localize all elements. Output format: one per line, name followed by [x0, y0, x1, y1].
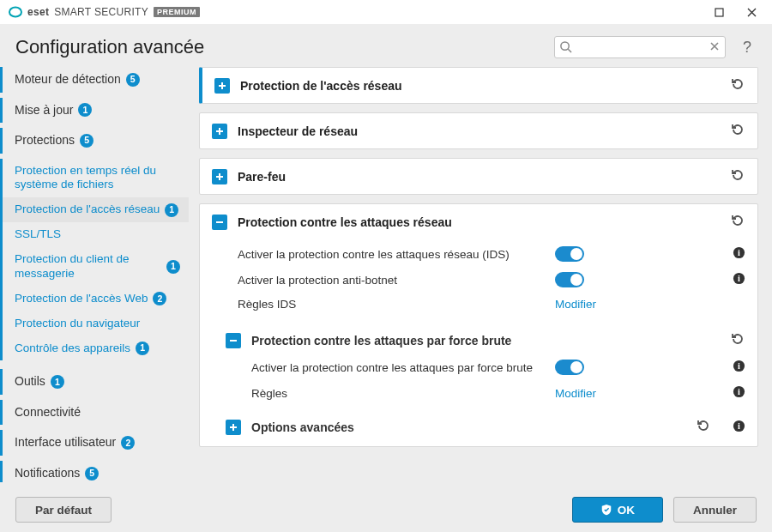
sidebar-item-protections[interactable]: Protections 5 — [0, 128, 189, 154]
svg-text:i: i — [738, 274, 740, 283]
sidebar-item-label: Protection du navigateur — [15, 317, 140, 331]
svg-text:i: i — [738, 361, 740, 371]
sidebar-sub-mail-client[interactable]: Protection du client de messagerie 1 — [0, 247, 189, 287]
sidebar-sub-web-access[interactable]: Protection de l'accès Web 2 — [0, 287, 189, 311]
sidebar-item-detection-engine[interactable]: Moteur de détection 5 — [0, 67, 189, 93]
brand-product: SMART SECURITY — [54, 6, 148, 18]
help-button[interactable]: ? — [738, 39, 757, 57]
undo-icon[interactable] — [730, 122, 745, 140]
panel-title: Inspecteur de réseau — [238, 124, 720, 138]
sidebar-item-notifications[interactable]: Notifications 5 — [0, 461, 189, 482]
toggle-antibotnet[interactable] — [555, 272, 584, 287]
button-label: Par défaut — [35, 504, 92, 517]
info-icon[interactable]: i — [727, 385, 745, 401]
info-icon[interactable]: i — [727, 420, 745, 435]
page-header: Configuration avancée ? — [0, 24, 772, 67]
setting-label: Règles — [251, 387, 546, 400]
sidebar-sub-network-access[interactable]: Protection de l'accès réseau 1 — [0, 197, 189, 222]
search-box — [554, 36, 726, 58]
setting-row-ids-rules: Règles IDS Modifier — [238, 293, 745, 316]
search-clear-icon[interactable] — [709, 40, 721, 55]
sidebar-item-label: Connectivité — [15, 405, 81, 420]
panel-header[interactable]: Protection contre les attaques réseau — [200, 204, 757, 239]
setting-row-bruteforce-rules: Règles Modifier i — [251, 380, 745, 406]
panel-firewall: Pare-feu — [199, 158, 758, 195]
brand: eset SMART SECURITY PREMIUM — [9, 5, 200, 19]
brand-tier: PREMIUM — [154, 7, 200, 17]
sidebar-badge: 1 — [78, 103, 92, 117]
default-button[interactable]: Par défaut — [15, 497, 112, 523]
panel-body: Activer la protection contre les attaque… — [200, 239, 757, 324]
toggle-ids[interactable] — [555, 246, 584, 262]
svg-text:i: i — [738, 387, 740, 396]
sidebar-item-connectivity[interactable]: Connectivité — [0, 400, 189, 426]
sidebar-item-label: Protection en temps réel du système de f… — [15, 164, 180, 193]
expand-icon[interactable] — [226, 420, 241, 435]
footer: Par défaut OK Annuler — [0, 487, 772, 532]
svg-point-0 — [9, 8, 21, 17]
edit-link[interactable]: Modifier — [555, 387, 596, 400]
collapse-icon[interactable] — [212, 215, 227, 230]
panel-header[interactable]: Inspecteur de réseau — [200, 113, 757, 148]
sidebar-sub-browser[interactable]: Protection du navigateur — [0, 311, 189, 336]
info-icon[interactable]: i — [727, 272, 745, 287]
sidebar-item-label: Moteur de détection — [15, 72, 121, 88]
cancel-button[interactable]: Annuler — [673, 497, 757, 523]
expand-icon[interactable] — [212, 169, 227, 184]
expand-icon[interactable] — [214, 78, 230, 94]
page-title: Configuration avancée — [15, 36, 542, 58]
undo-icon[interactable] — [730, 331, 745, 349]
window-maximize-button[interactable] — [703, 2, 734, 22]
sidebar-badge: 2 — [121, 436, 135, 450]
panel-header[interactable]: Protection de l'accès réseau — [202, 68, 757, 103]
toggle-bruteforce[interactable] — [555, 360, 584, 375]
expand-icon[interactable] — [212, 124, 227, 139]
window-close-button[interactable] — [736, 2, 767, 22]
svg-text:i: i — [738, 248, 740, 257]
window-buttons — [703, 2, 767, 22]
undo-icon[interactable] — [730, 213, 745, 231]
sidebar-sub-device-control[interactable]: Contrôle des appareils 1 — [0, 336, 189, 361]
subsection-header-bruteforce[interactable]: Protection contre les attaques par force… — [200, 324, 757, 353]
button-label: Annuler — [693, 504, 737, 517]
ok-button[interactable]: OK — [572, 497, 663, 523]
settings-panels: Protection de l'accès réseau Inspecteur … — [190, 67, 772, 482]
info-icon[interactable]: i — [727, 360, 745, 375]
sidebar-item-label: Protection de l'accès Web — [15, 292, 148, 306]
panel-network-inspector: Inspecteur de réseau — [199, 112, 758, 149]
svg-rect-1 — [715, 9, 723, 16]
sidebar-item-update[interactable]: Mise à jour 1 — [0, 98, 189, 124]
titlebar: eset SMART SECURITY PREMIUM — [0, 0, 772, 24]
undo-icon[interactable] — [730, 76, 745, 94]
sidebar-item-label: Protection du client de messagerie — [15, 252, 161, 281]
sidebar-item-label: Contrôle des appareils — [15, 342, 130, 356]
panel-title: Protection contre les attaques réseau — [238, 215, 720, 229]
sidebar-badge: 5 — [85, 467, 99, 481]
sidebar-item-label: Mise à jour — [15, 103, 73, 118]
sidebar-badge: 2 — [153, 292, 166, 305]
edit-link[interactable]: Modifier — [555, 298, 596, 311]
info-icon[interactable]: i — [727, 246, 745, 262]
panel-header[interactable]: Pare-feu — [200, 159, 757, 194]
svg-text:i: i — [738, 421, 740, 431]
sidebar-badge: 1 — [136, 342, 149, 355]
sidebar-item-tools[interactable]: Outils 1 — [0, 369, 189, 395]
undo-icon[interactable] — [696, 418, 711, 436]
panel-title: Pare-feu — [238, 170, 720, 184]
sidebar-sub-ssl-tls[interactable]: SSL/TLS — [0, 222, 189, 247]
undo-icon[interactable] — [730, 167, 745, 185]
panel-network-attack-protection: Protection contre les attaques réseau Ac… — [199, 203, 758, 447]
setting-row-ids: Activer la protection contre les attaque… — [238, 241, 745, 267]
subsection-header-advanced[interactable]: Options avancées i — [200, 411, 757, 446]
collapse-icon[interactable] — [226, 333, 241, 348]
sidebar-item-ui[interactable]: Interface utilisateur 2 — [0, 430, 189, 456]
sidebar-badge: 5 — [126, 73, 140, 87]
sidebar-badge: 5 — [80, 134, 93, 148]
subsection-title: Protection contre les attaques par force… — [251, 334, 720, 348]
sidebar-item-label: Interface utilisateur — [15, 435, 116, 450]
subsection-body: Activer la protection contre les attaque… — [200, 353, 757, 411]
sidebar-sub-realtime-fs[interactable]: Protection en temps réel du système de f… — [0, 159, 189, 198]
sidebar-item-label: Protection de l'accès réseau — [15, 203, 160, 217]
setting-label: Activer la protection contre les attaque… — [251, 361, 546, 374]
search-input[interactable] — [554, 36, 726, 58]
